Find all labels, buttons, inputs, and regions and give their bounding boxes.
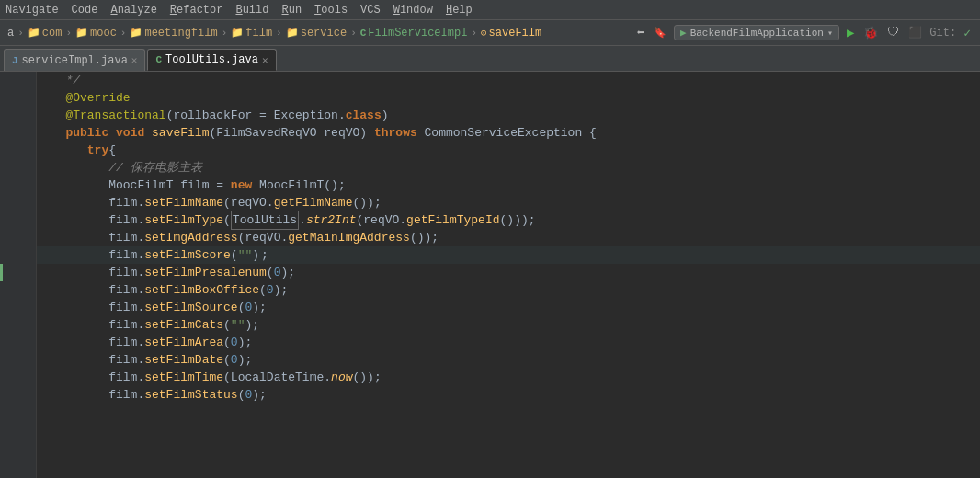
- breadcrumb-film-icon: 📁: [231, 27, 244, 39]
- gutter-line-7: [0, 176, 36, 194]
- run-button[interactable]: ▶: [845, 25, 856, 40]
- tab-toolutils-close[interactable]: ✕: [262, 54, 268, 66]
- gutter-line-9: [0, 211, 36, 229]
- code-line-new-film: MoocFilmT film = new MoocFilmT();: [37, 176, 980, 194]
- menu-analyze[interactable]: Analyze: [110, 4, 156, 17]
- tab-bar: J serviceImpl.java ✕ C ToolUtils.java ✕: [0, 46, 980, 72]
- code-line-setboxoffice: film.setFilmBoxOffice(0);: [37, 281, 980, 299]
- gutter-line-3: [0, 107, 36, 124]
- gutter-line-21: [0, 421, 36, 438]
- code-line-setfilmtime: film.setFilmTime(LocalDateTime.now());: [37, 369, 980, 386]
- code-line-try: try{: [37, 142, 980, 159]
- code-line-setfilmtype: film.setFilmType(ToolUtils.str2Int(reqVO…: [37, 211, 980, 229]
- stop-button[interactable]: ⬛: [906, 26, 924, 40]
- run-config-icon: ▶: [680, 27, 687, 39]
- run-config-dropdown-icon[interactable]: ▾: [827, 28, 833, 39]
- code-line-close-comment: */: [37, 72, 980, 89]
- line-gutter: [0, 72, 37, 478]
- breadcrumb-savefilm[interactable]: saveFilm: [489, 27, 542, 40]
- code-line-setfilmdate: film.setFilmDate(0);: [37, 351, 980, 369]
- toolbar-right: ⬅ 🔖 ▶ BackendFilmApplication ▾ ▶ 🐞 🛡 ⬛ G…: [635, 25, 973, 40]
- gutter-line-16: [0, 334, 36, 351]
- code-line-setfilmsource: film.setFilmSource(0);: [37, 299, 980, 316]
- gutter-line-13: [0, 281, 36, 299]
- nav-back-icon[interactable]: ⬅: [635, 25, 646, 40]
- code-line-method-sig: public void saveFilm(FilmSavedReqVO reqV…: [37, 124, 980, 142]
- code-line-setimgaddress: film.setImgAddress(reqVO.getMainImgAddre…: [37, 229, 980, 246]
- code-line-transactional: @Transactional(rollbackFor = Exception.c…: [37, 107, 980, 124]
- git-label: Git:: [929, 27, 956, 40]
- code-area: */ @Override @Transactional(rollbackFor …: [0, 72, 980, 478]
- code-line-override: @Override: [37, 89, 980, 107]
- gutter-line-19: [0, 386, 36, 404]
- tab-serviceimpl-close[interactable]: ✕: [131, 54, 138, 66]
- gutter-line-15: [0, 316, 36, 334]
- tab-toolutils[interactable]: C ToolUtils.java ✕: [147, 49, 276, 71]
- gutter-line-17: [0, 351, 36, 369]
- menu-window[interactable]: Window: [393, 4, 433, 17]
- code-line-setfilmname: film.setFilmName(reqVO.getFilmName());: [37, 194, 980, 211]
- nav-forward-icon[interactable]: 🔖: [652, 27, 668, 39]
- tab-serviceimpl-icon: J: [12, 55, 18, 66]
- menu-help[interactable]: Help: [446, 4, 473, 17]
- code-line-setfilmarea: film.setFilmArea(0);: [37, 334, 980, 351]
- menu-build[interactable]: Build: [235, 4, 268, 17]
- gutter-line-14: [0, 299, 36, 316]
- breadcrumb-mooc[interactable]: mooc: [90, 27, 117, 40]
- gutter-line-5: [0, 142, 36, 159]
- run-config-label: BackendFilmApplication: [690, 28, 824, 39]
- menu-navigate[interactable]: Navigate: [6, 4, 59, 17]
- breadcrumb-mooc-icon: 📁: [75, 27, 88, 39]
- gutter-line-12: [0, 264, 36, 281]
- run-config-selector[interactable]: ▶ BackendFilmApplication ▾: [674, 25, 839, 40]
- breadcrumb-com[interactable]: com: [42, 27, 63, 40]
- tab-toolutils-label: ToolUtils.java: [165, 53, 258, 66]
- menu-tools[interactable]: Tools: [314, 4, 348, 17]
- gutter-line-2: [0, 89, 36, 107]
- gutter-line-6: [0, 159, 36, 176]
- gutter-line-18: [0, 369, 36, 386]
- gutter-line-1: [0, 72, 36, 89]
- git-checkmark-icon[interactable]: ✓: [962, 26, 973, 40]
- breadcrumb-film[interactable]: film: [245, 27, 272, 40]
- gutter-line-23: [0, 456, 36, 473]
- breadcrumb-meetingfilm-icon: 📁: [130, 27, 142, 39]
- breadcrumb-filmserviceimpl[interactable]: FilmServiceImpl: [368, 27, 467, 40]
- breadcrumb-meetingfilm[interactable]: meetingfilm: [144, 27, 217, 40]
- code-line-setfilmstatus: film.setFilmStatus(0);: [37, 386, 980, 404]
- gutter-line-10: [0, 229, 36, 246]
- code-editor[interactable]: */ @Override @Transactional(rollbackFor …: [37, 72, 980, 478]
- menu-bar: Navigate Code Analyze Refactor Build Run…: [0, 0, 980, 20]
- gutter-line-22: [0, 438, 36, 456]
- breadcrumb-service[interactable]: service: [301, 27, 347, 40]
- code-line-comment-save: // 保存电影主表: [37, 159, 980, 176]
- breadcrumb-a[interactable]: a: [7, 27, 14, 40]
- menu-refactor[interactable]: Refactor: [170, 4, 223, 17]
- gutter-line-4: [0, 124, 36, 142]
- breadcrumb-method-icon: ⊙: [481, 27, 487, 39]
- code-line-setpresalenum: film.setFilmPresalenum(0);: [37, 264, 980, 281]
- menu-code[interactable]: Code: [72, 4, 98, 17]
- tab-toolutils-icon: C: [155, 54, 162, 65]
- code-line-setfilmcats: film.setFilmCats("");: [37, 316, 980, 334]
- coverage-button[interactable]: 🛡: [885, 26, 901, 40]
- menu-vcs[interactable]: VCS: [360, 4, 381, 17]
- breadcrumb-bar: a › 📁 com › 📁 mooc › 📁 meetingfilm › 📁 f…: [0, 20, 980, 46]
- gutter-line-8: [0, 194, 36, 211]
- gutter-line-11: [0, 246, 36, 264]
- tab-serviceimpl-label: serviceImpl.java: [22, 54, 128, 67]
- breadcrumb-service-icon: 📁: [286, 27, 299, 39]
- code-line-setfilmscore: film.setFilmScore("");: [37, 246, 980, 264]
- menu-run[interactable]: Run: [281, 4, 302, 17]
- debug-button[interactable]: 🐞: [861, 26, 880, 40]
- gutter-line-20: [0, 404, 36, 421]
- breadcrumb-interface-icon: C: [360, 28, 367, 39]
- breadcrumb-com-icon: 📁: [28, 27, 40, 39]
- tab-serviceimpl[interactable]: J serviceImpl.java ✕: [4, 49, 145, 71]
